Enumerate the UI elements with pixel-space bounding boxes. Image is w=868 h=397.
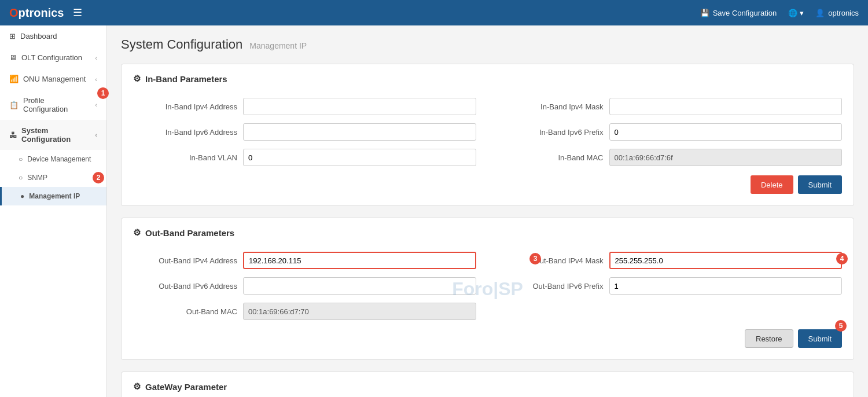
sidebar-item-dashboard[interactable]: ⊞ Dashboard [0,25,106,47]
outband-mac-label: Out-Band MAC [133,307,237,316]
gateway-section-icon: ⚙ [133,381,141,392]
inband-ipv6-prefix-input[interactable] [609,123,843,141]
outband-ipv6-address-label: Out-Band IPv6 Address [133,282,237,291]
annotation-2: 2 [93,172,104,183]
inband-ipv6-address-label: In-Band Ipv6 Address [133,128,237,137]
inband-submit-button[interactable]: Submit [798,175,842,194]
outband-submit-button[interactable]: Submit [798,329,842,348]
gateway-section: ⚙ GateWay Parameter 6 IPv4 GateWay IPv6 … [121,372,854,397]
sidebar-label-dashboard: Dashboard [20,32,57,41]
outband-mac-row: Out-Band MAC [133,303,476,320]
outband-ipv4-mask-row: Out-Band IPv4 Mask [499,252,843,269]
outband-mac-input [243,303,476,320]
inband-ipv4-address-row: In-Band Ipv4 Address [133,98,476,115]
inband-ipv4-address-input[interactable] [243,98,476,115]
user-icon: 👤 [815,9,825,17]
dashboard-icon: ⊞ [9,32,16,41]
outband-ipv4-address-input[interactable] [243,252,476,269]
page-subtitle: Management IP [249,41,307,50]
outband-form-grid: Out-Band IPv4 Address Out-Band IPv4 Mask… [133,252,842,320]
inband-vlan-label: In-Band VLAN [133,153,237,162]
inband-mac-label: In-Band MAC [499,153,604,162]
outband-section-title: Out-Band Parameters [145,228,234,238]
save-config-label: Save Configuration [713,9,777,17]
sidebar-label-profile: Profile Configuration [23,96,90,113]
annotation-1: 1 [97,87,109,99]
page-header: System Configuration Management IP [121,37,854,52]
navbar-right: 💾 Save Configuration 🌐 ▾ 👤 optronics [700,9,859,17]
inband-vlan-row: In-Band VLAN [133,149,476,166]
outband-ipv4-mask-input[interactable] [609,252,843,269]
sidebar-item-profile[interactable]: 📋 Profile Configuration 1 ‹ [0,90,106,120]
circle-icon-snmp: ○ [19,174,23,182]
outband-ipv6-prefix-row: Out-Band IPv6 Prefix [499,277,843,295]
navbar: O ptronics ☰ 💾 Save Configuration 🌐 ▾ 👤 … [0,0,868,25]
inband-ipv6-prefix-label: In-Band Ipv6 Prefix [499,128,604,137]
outband-ipv6-address-input[interactable] [243,277,476,295]
circle-icon-mgmt: ● [20,192,24,200]
inband-ipv6-prefix-row: In-Band Ipv6 Prefix [499,123,843,141]
sidebar-item-system[interactable]: 🖧 System Configuration ‹ [0,120,106,150]
sidebar-label-onu: ONU Management [23,75,86,83]
sidebar-sub-label-snmp: SNMP [27,174,47,182]
inband-section-footer: Delete Submit [133,175,842,194]
gateway-section-title: GateWay Parameter [145,382,227,392]
sidebar-sub-label-mgmt-ip: Management IP [29,192,80,200]
annotation-3: 3 [529,253,541,264]
logo-ptronics: ptronics [19,6,64,20]
inband-delete-button[interactable]: Delete [751,175,793,194]
outband-ipv4-address-row: Out-Band IPv4 Address [133,252,476,269]
page-title: System Configuration [121,37,242,52]
inband-ipv4-mask-input[interactable] [609,98,843,115]
outband-ipv4-address-label: Out-Band IPv4 Address [133,256,237,265]
sidebar-item-onu[interactable]: 📶 ONU Management ‹ [0,68,106,90]
sidebar-sub-item-mgmt-ip[interactable]: ● Management IP [0,187,106,205]
user-menu[interactable]: 👤 optronics [815,9,859,17]
profile-icon: 📋 [9,101,19,109]
outband-ipv6-prefix-label: Out-Band IPv6 Prefix [499,282,604,291]
inband-section-header: ⚙ In-Band Parameters [133,73,842,89]
inband-ipv6-address-input[interactable] [243,123,476,141]
outband-restore-button[interactable]: Restore [745,329,793,348]
floppy-icon: 💾 [700,9,709,17]
inband-ipv6-address-row: In-Band Ipv6 Address [133,123,476,141]
annotation-4: 4 [836,253,848,264]
main-content: System Configuration Management IP ⚙ In-… [107,25,868,397]
outband-ipv6-prefix-input[interactable] [609,277,843,295]
sidebar-label-system: System Configuration [21,126,90,144]
onu-icon: 📶 [9,75,19,83]
sidebar-label-olt: OLT Configuration [21,53,82,62]
navbar-left: O ptronics ☰ [9,6,82,20]
inband-section: ⚙ In-Band Parameters In-Band Ipv4 Addres… [121,64,854,206]
inband-ipv4-mask-label: In-Band Ipv4 Mask [499,102,604,111]
inband-mac-row: In-Band MAC [499,149,843,166]
inband-ipv4-address-label: In-Band Ipv4 Address [133,102,237,111]
inband-ipv4-mask-row: In-Band Ipv4 Mask [499,98,843,115]
logo-o-icon: O [9,6,19,20]
annotation-5: 5 [835,320,847,332]
save-config-button[interactable]: 💾 Save Configuration [700,9,777,17]
olt-icon: 🖥 [9,53,17,62]
outband-section: ⚙ Out-Band Parameters Foro|SP 3 4 Out-Ba… [121,218,854,360]
sidebar-sub-label-device: Device Management [27,155,91,163]
inband-section-icon: ⚙ [133,73,141,84]
sidebar-sub-item-snmp[interactable]: ○ SNMP 2 [0,168,106,187]
circle-icon-device: ○ [19,155,23,163]
inband-section-title: In-Band Parameters [145,74,227,84]
layout: ⊞ Dashboard 🖥 OLT Configuration ‹ 📶 ONU … [0,25,868,397]
system-arrow-icon: ‹ [95,131,97,138]
sidebar-item-olt[interactable]: 🖥 OLT Configuration ‹ [0,47,106,68]
profile-arrow-icon: ‹ [95,101,97,108]
user-label: optronics [828,9,859,17]
language-selector[interactable]: 🌐 ▾ [788,9,804,17]
onu-arrow-icon: ‹ [95,76,97,83]
outband-section-footer: 5 Restore Submit [133,329,842,348]
sidebar-sub-item-device[interactable]: ○ Device Management [0,150,106,168]
inband-form-grid: In-Band Ipv4 Address In-Band Ipv4 Mask I… [133,98,842,166]
globe-icon: 🌐 [788,9,797,17]
inband-vlan-input[interactable] [243,149,476,166]
sidebar-submenu: ○ Device Management ○ SNMP 2 ● Managemen… [0,150,106,205]
hamburger-icon[interactable]: ☰ [73,6,82,19]
outband-ipv6-address-row: Out-Band IPv6 Address [133,277,476,295]
outband-ipv4-mask-label: Out-Band IPv4 Mask [499,256,604,265]
